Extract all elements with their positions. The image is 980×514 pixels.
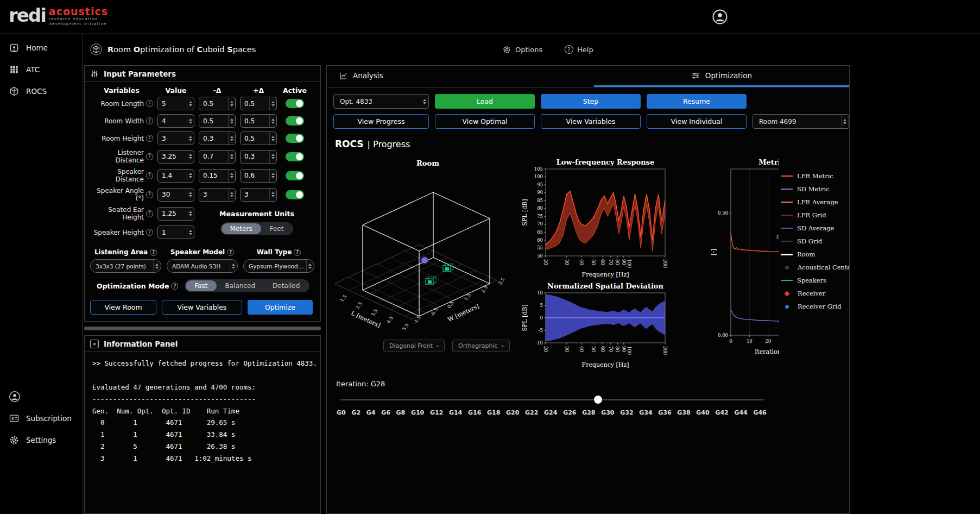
units-option-meters[interactable]: Meters xyxy=(222,223,261,234)
options-label: Options xyxy=(515,46,542,54)
svg-text:100: 100 xyxy=(627,259,632,268)
wall-type-select[interactable]: Gypsum-Plywood-Gypsu xyxy=(243,259,314,273)
legend-line-swatch xyxy=(781,215,793,216)
stepper-icon[interactable] xyxy=(269,132,276,145)
stepper-icon[interactable] xyxy=(269,151,276,163)
sidebar-item-label: Subscription xyxy=(26,414,72,423)
units-option-feet[interactable]: Feet xyxy=(261,223,293,234)
help-icon[interactable]: ? xyxy=(146,135,153,142)
help-icon[interactable]: ? xyxy=(150,249,157,256)
logo-text: redi xyxy=(9,4,46,26)
active-toggle[interactable] xyxy=(286,134,304,143)
active-toggle[interactable] xyxy=(286,190,304,199)
stepper-icon[interactable] xyxy=(228,151,235,163)
view-individual-button[interactable]: View Individual xyxy=(647,114,747,129)
help-icon[interactable]: ? xyxy=(146,229,153,236)
view-variables-button[interactable]: View Variables xyxy=(162,300,242,315)
help-icon[interactable]: ? xyxy=(146,117,153,124)
svg-text:SPL [dB]: SPL [dB] xyxy=(521,304,528,331)
help-icon[interactable]: ? xyxy=(146,153,153,160)
view-variables-button[interactable]: View Variables xyxy=(541,114,641,129)
stepper-icon[interactable] xyxy=(187,97,194,110)
view-optimal-button[interactable]: View Optimal xyxy=(435,114,535,129)
step-button[interactable]: Step xyxy=(541,94,641,109)
svg-text:60: 60 xyxy=(600,259,605,265)
svg-text:100: 100 xyxy=(627,346,632,355)
options-button[interactable]: Options xyxy=(502,45,542,54)
sidebar-item-rocs[interactable]: ROCS xyxy=(0,80,82,102)
active-toggle[interactable] xyxy=(286,152,304,161)
stepper-icon[interactable] xyxy=(187,115,194,127)
optimization-controls: Opt. 4833 Load Step Resume View Progress… xyxy=(333,94,843,129)
mode-option-balanced[interactable]: Balanced xyxy=(217,280,264,291)
sidebar-item-atc[interactable]: ATC xyxy=(0,59,82,80)
stepper-icon[interactable] xyxy=(187,170,194,182)
svg-text:60: 60 xyxy=(537,237,543,243)
stepper-icon[interactable] xyxy=(269,170,276,182)
stepper-icon[interactable] xyxy=(187,151,194,163)
slider-track[interactable] xyxy=(340,399,764,400)
help-button[interactable]: ? Help xyxy=(565,45,593,54)
svg-text:Low-frequency Response: Low-frequency Response xyxy=(557,158,655,166)
mode-option-fast[interactable]: Fast xyxy=(186,280,216,291)
stepper-icon[interactable] xyxy=(269,189,276,201)
speaker-model-label: Speaker Model xyxy=(170,248,225,256)
horizontal-scrollbar[interactable] xyxy=(84,327,321,330)
stepper-icon[interactable] xyxy=(187,226,194,239)
stepper-icon[interactable] xyxy=(228,170,235,182)
help-icon[interactable]: ? xyxy=(146,210,153,217)
active-toggle[interactable] xyxy=(286,116,304,126)
room-select[interactable]: Room 4699 xyxy=(753,114,849,129)
stepper-icon[interactable] xyxy=(269,115,276,127)
stepper-icon[interactable] xyxy=(228,132,235,145)
view-room-button[interactable]: View Room xyxy=(90,300,156,315)
view-angle-select[interactable]: Diagonal Front▴ xyxy=(383,340,445,352)
svg-text:40: 40 xyxy=(579,259,584,265)
legend-label: Receiver xyxy=(798,290,825,297)
help-icon[interactable]: ? xyxy=(227,249,234,256)
stepper-icon[interactable] xyxy=(228,115,235,127)
stepper-icon[interactable] xyxy=(269,97,276,110)
slider-tick-label: G24 xyxy=(544,409,557,416)
sidebar-item-subscription[interactable]: Subscription xyxy=(0,408,82,429)
stepper-icon[interactable] xyxy=(228,189,235,201)
svg-text:70: 70 xyxy=(608,346,614,352)
optimize-button[interactable]: Optimize xyxy=(248,300,313,315)
optimization-select[interactable]: Opt. 4833 xyxy=(333,94,429,109)
stepper-icon[interactable] xyxy=(187,189,194,201)
sidebar-item-settings[interactable]: Settings xyxy=(0,429,82,451)
svg-text:80: 80 xyxy=(537,205,543,211)
help-icon[interactable]: ? xyxy=(146,172,153,179)
room-3d-chart[interactable]: Room0.5-1.51.5-0.52.50.53.51.54.52.55.53… xyxy=(331,158,519,335)
tab-optimization[interactable]: Optimization xyxy=(594,66,849,87)
mode-option-detailed[interactable]: Detailed xyxy=(264,280,308,291)
help-icon[interactable]: ? xyxy=(171,283,178,290)
help-icon[interactable]: ? xyxy=(146,191,153,198)
sidebar-item-home[interactable]: Home xyxy=(0,37,82,59)
slider-tick-label: G46 xyxy=(753,409,766,416)
param-row-speaker-distance: Speaker Distance? xyxy=(90,168,315,183)
resume-button[interactable]: Resume xyxy=(647,94,747,109)
svg-text:Frequency [Hz]: Frequency [Hz] xyxy=(582,271,629,278)
generation-slider[interactable] xyxy=(340,396,764,403)
active-toggle[interactable] xyxy=(286,99,304,108)
sidebar-profile[interactable] xyxy=(0,386,82,408)
listening-area-select[interactable]: 3x3x3 (27 points) xyxy=(90,259,161,273)
view-progress-button[interactable]: View Progress xyxy=(333,114,429,129)
stepper-icon[interactable] xyxy=(187,132,194,145)
help-icon[interactable]: ? xyxy=(294,249,301,256)
low-frequency-response-chart: Low-frequency Response505560657075808590… xyxy=(521,158,672,281)
active-toggle[interactable] xyxy=(286,171,304,180)
tab-analysis[interactable]: Analysis xyxy=(327,66,594,87)
load-button[interactable]: Load xyxy=(435,94,535,109)
stepper-icon[interactable] xyxy=(228,97,235,110)
projection-select[interactable]: Orthographic▴ xyxy=(452,340,510,352)
parameter-table: Variables Value -Δ +Δ Active Room Length… xyxy=(85,82,320,245)
stepper-icon[interactable] xyxy=(187,208,194,220)
svg-text:-0.5: -0.5 xyxy=(429,307,439,317)
help-icon[interactable]: ? xyxy=(146,100,153,107)
slider-tick-label: G20 xyxy=(506,409,519,416)
user-avatar-icon[interactable] xyxy=(712,9,728,25)
speaker-model-select[interactable]: ADAM Audio S3H xyxy=(167,259,238,273)
slider-thumb[interactable] xyxy=(594,396,602,404)
